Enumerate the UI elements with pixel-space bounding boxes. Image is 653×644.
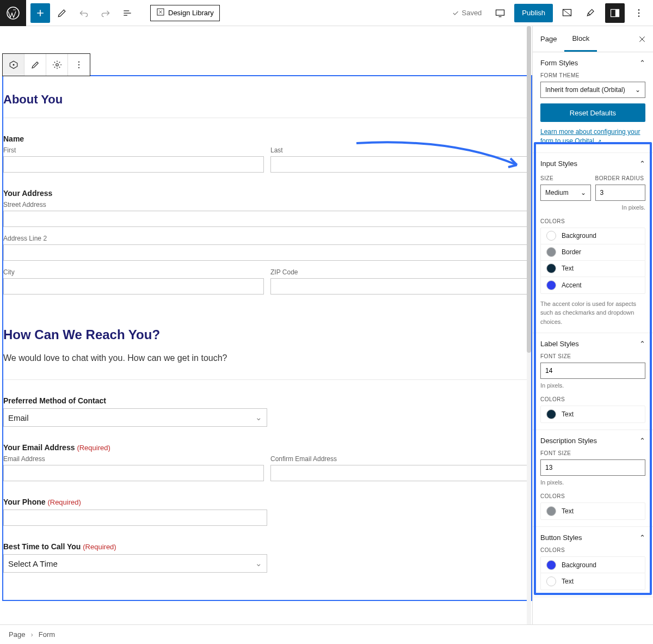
design-library-icon (156, 8, 165, 18)
svg-point-14 (78, 67, 79, 68)
chevron-down-icon: ⌄ (255, 559, 262, 568)
learn-more-link[interactable]: Learn more about configuring your form t… (540, 127, 645, 146)
color-label: Text (562, 265, 574, 272)
redo-button[interactable] (96, 3, 115, 23)
desc-color-text[interactable]: Text (541, 503, 645, 519)
email-input[interactable] (3, 465, 264, 481)
size-value: Medium (545, 189, 569, 197)
block-toolbar (2, 53, 90, 76)
button-color-text[interactable]: Text (541, 573, 645, 590)
size-select[interactable]: Medium ⌄ (540, 185, 591, 201)
reset-defaults-button[interactable]: Reset Defaults (540, 103, 645, 122)
sidebar-toggle-button[interactable] (605, 3, 625, 23)
editor-canvas: About You Name First Last (0, 26, 532, 612)
button-colors-label: COLORS (540, 547, 645, 553)
desc-fontsize-input[interactable] (540, 459, 645, 476)
desc-colors-list: Text (540, 502, 645, 520)
swatch-icon (546, 506, 556, 516)
preview-icon[interactable] (557, 3, 577, 23)
publish-button[interactable]: Publish (514, 4, 553, 22)
contact-method-label: Preferred Method of Contact (3, 396, 531, 405)
tab-block[interactable]: Block (564, 26, 597, 52)
color-accent[interactable]: Accent (541, 277, 645, 293)
color-label: Border (562, 248, 581, 256)
accent-note: The accent color is used for aspects suc… (540, 299, 645, 327)
line2-input[interactable] (3, 244, 531, 261)
phone-input[interactable] (3, 510, 267, 526)
swatch-icon (546, 280, 556, 290)
input-styles-title: Input Styles (540, 160, 577, 168)
label-colors-label: COLORS (540, 396, 645, 402)
input-styles-toggle[interactable]: Input Styles ⌃ (540, 160, 645, 168)
color-background[interactable]: Background (541, 228, 645, 244)
design-library-label: Design Library (168, 9, 214, 17)
form-styles-title: Form Styles (540, 59, 578, 67)
color-text[interactable]: Text (541, 261, 645, 277)
form-styles-toggle[interactable]: Form Styles ⌃ (540, 59, 645, 67)
chevron-down-icon: ⌄ (635, 86, 640, 94)
contact-method-select[interactable]: Email ⌄ (3, 408, 267, 427)
street-input[interactable] (3, 211, 531, 227)
besttime-select[interactable]: Select A Time ⌄ (3, 554, 267, 573)
color-label: Background (562, 561, 596, 569)
external-link-icon: ↗ (597, 138, 601, 144)
crumb-form[interactable]: Form (39, 630, 55, 639)
color-label: Text (562, 578, 574, 585)
design-library-button[interactable]: Design Library (150, 5, 220, 21)
color-border[interactable]: Border (541, 244, 645, 261)
chevron-up-icon: ⌃ (639, 59, 645, 67)
line2-sublabel: Address Line 2 (3, 235, 531, 242)
swatch-icon (546, 560, 556, 570)
wordpress-logo[interactable] (0, 0, 26, 26)
description-styles-panel: Description Styles ⌃ FONT SIZE In pixels… (533, 430, 653, 527)
button-styles-toggle[interactable]: Button Styles ⌃ (540, 533, 645, 542)
first-name-input[interactable] (3, 156, 264, 173)
edit-block-button[interactable] (24, 54, 46, 76)
sidebar-tabs: Page Block (533, 26, 653, 52)
check-icon (452, 9, 459, 17)
button-styles-title: Button Styles (540, 533, 582, 542)
form-settings-icon[interactable] (581, 3, 601, 23)
breadcrumb: Page › Form (0, 624, 653, 644)
svg-point-7 (638, 12, 640, 14)
crumb-page[interactable]: Page (9, 630, 25, 639)
svg-rect-5 (615, 9, 619, 16)
last-name-input[interactable] (270, 156, 531, 173)
undo-button[interactable] (74, 3, 94, 23)
swatch-icon (546, 231, 556, 241)
label-styles-toggle[interactable]: Label Styles ⌃ (540, 340, 645, 348)
form-theme-select[interactable]: Inherit from default (Orbital) ⌄ (540, 82, 645, 98)
form-block[interactable]: About You Name First Last (2, 75, 532, 601)
view-button[interactable] (490, 3, 510, 23)
scrollbar-thumb[interactable] (527, 26, 531, 353)
city-input[interactable] (3, 278, 264, 295)
divider (3, 118, 531, 118)
block-more-button[interactable] (68, 54, 90, 76)
block-settings-button[interactable] (46, 54, 68, 76)
section2-desc: We would love to chat with you. How can … (3, 353, 531, 363)
phone-field: Your Phone (Required) (3, 498, 531, 526)
email-confirm-input[interactable] (270, 465, 531, 481)
first-sublabel: First (3, 146, 264, 154)
label-fontsize-input[interactable] (540, 363, 645, 379)
radius-input[interactable] (595, 185, 646, 201)
required-badge: (Required) (83, 543, 116, 551)
button-colors-list: Background Text (540, 556, 645, 590)
color-label: Background (562, 232, 596, 240)
block-icon[interactable] (3, 54, 24, 76)
tab-page[interactable]: Page (533, 26, 564, 52)
address-label: Your Address (3, 189, 531, 198)
zip-input[interactable] (270, 278, 531, 295)
svg-point-8 (638, 15, 640, 17)
more-options-button[interactable] (629, 3, 649, 23)
add-block-button[interactable] (30, 3, 50, 23)
close-sidebar-button[interactable] (631, 26, 653, 52)
description-styles-toggle[interactable]: Description Styles ⌃ (540, 437, 645, 445)
scrollbar[interactable] (527, 26, 531, 624)
button-color-background[interactable]: Background (541, 557, 645, 573)
list-view-button[interactable] (118, 3, 137, 23)
desc-fontsize-label: FONT SIZE (540, 450, 645, 456)
last-sublabel: Last (270, 146, 531, 154)
label-color-text[interactable]: Text (541, 406, 645, 422)
edit-icon[interactable] (52, 3, 72, 23)
